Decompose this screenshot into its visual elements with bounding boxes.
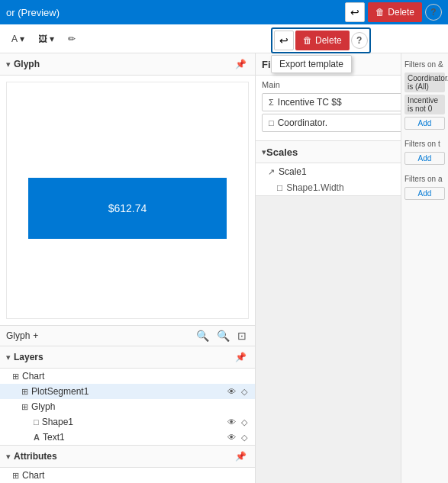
glyph-section-header: ▾ Glyph 📌 [0, 53, 255, 76]
left-panel: ▾ Glyph 📌 $612.74 Glyph + 🔍 [0, 53, 256, 483]
scale-arrow-icon: ↗ [268, 167, 275, 177]
attributes-section: ▾ Attributes 📌 ⊞ Chart [0, 445, 255, 483]
text-icon: A [11, 34, 18, 44]
layer-delete-button[interactable]: ◇ [240, 387, 249, 397]
layer-shape-icon: □ [34, 417, 39, 427]
export-delete-button[interactable]: 🗑 Delete [295, 31, 350, 50]
attributes-section-header: ▾ Attributes 📌 [0, 446, 255, 468]
glyph-label-button[interactable]: Glyph [6, 330, 30, 341]
filter-group-1: Filters on & Coordinator. is (All) Incen… [404, 60, 445, 130]
title-bar: or (Preview) ↩ 🗑 Delete ? [0, 0, 448, 24]
filter-group2-title: Filters on t [404, 139, 445, 149]
filter-group2-add-button[interactable]: Add [404, 152, 445, 165]
filter-group3-add-button[interactable]: Add [404, 187, 445, 200]
layer-shape1-delete-button[interactable]: ◇ [240, 417, 249, 427]
layers-pin-button[interactable]: 📌 [233, 351, 249, 363]
delete-button[interactable]: 🗑 Delete [368, 2, 422, 22]
zoom-out-button[interactable]: 🔍 [194, 329, 211, 343]
layer-text1-delete-button[interactable]: ◇ [240, 433, 249, 443]
layer-item-label: Glyph [31, 401, 55, 412]
filters-panel: Filters on & Coordinator. is (All) Incen… [401, 53, 448, 483]
filter-tag-incentive: Incentive is not 0 [404, 95, 445, 114]
layer-item-chart[interactable]: ⊞ Chart [0, 369, 255, 384]
export-trash-icon: 🗑 [303, 35, 312, 46]
glyph-visualization: $612.74 [28, 178, 227, 239]
filter-group-2: Filters on t Add [404, 139, 445, 165]
filter-group-3: Filters on a Add [404, 174, 445, 200]
attributes-chart-icon: ⊞ [12, 471, 19, 481]
export-popup: ↩ 🗑 Delete ? Export template ☞ [271, 27, 371, 53]
zoom-fit-button[interactable]: ⊡ [235, 329, 249, 343]
filters-content: Filters on & Coordinator. is (All) Incen… [401, 53, 448, 215]
image-icon: 🖼 [38, 34, 47, 44]
nav-back-button[interactable]: ↩ [345, 2, 365, 22]
image-tool-button[interactable]: 🖼 ▾ [33, 31, 60, 47]
field-incentive-name: Incentive TC $$ [278, 97, 342, 108]
filter-group1-add-button[interactable]: Add [404, 117, 445, 130]
layer-shape1-visibility-button[interactable]: 👁 [226, 417, 237, 427]
layer-plot-icon: ⊞ [21, 387, 28, 397]
zoom-in-button[interactable]: 🔍 [214, 329, 232, 343]
layer-item-plotsegment[interactable]: ⊞ PlotSegment1 👁 ◇ [0, 384, 255, 399]
layer-text1-visibility-button[interactable]: 👁 [226, 433, 237, 443]
square-icon: □ [269, 118, 274, 127]
text-tool-button[interactable]: A ▾ [6, 31, 30, 47]
layer-item-label: PlotSegment1 [31, 386, 89, 397]
layer-text1-actions: 👁 ◇ [226, 433, 249, 443]
draw-icon: ✏ [68, 34, 76, 44]
layer-item-label: Shape1 [42, 417, 73, 427]
layer-item-label: Text1 [43, 432, 65, 443]
glyph-add-button[interactable]: + [33, 330, 38, 341]
layers-section: ▾ Layers 📌 ⊞ Chart ⊞ PlotSegment1 👁 ◇ ⊞ [0, 346, 255, 445]
layer-chart-icon: ⊞ [12, 372, 19, 382]
filter-tag-coordinator: Coordinator. is (All) [404, 72, 445, 92]
layer-text-icon: A [34, 433, 40, 442]
layer-item-shape1[interactable]: □ Shape1 👁 ◇ [0, 414, 255, 430]
attributes-chart-item[interactable]: ⊞ Chart [0, 468, 255, 483]
layer-item-text1[interactable]: A Text1 👁 ◇ [0, 430, 255, 445]
attributes-item-label: Chart [22, 470, 44, 481]
attributes-title: Attributes [14, 451, 230, 462]
scale-sub-icon: □ [277, 182, 282, 193]
filter-group3-title: Filters on a [404, 174, 445, 184]
chevron-down-icon2: ▾ [50, 34, 54, 44]
toolbar: A ▾ 🖼 ▾ ✏ ↩ 🗑 Delete ? Export template ☞ [0, 24, 448, 53]
layers-title: Layers [14, 352, 230, 362]
export-tooltip: Export template [271, 55, 352, 73]
layer-item-label: Chart [22, 371, 44, 382]
attributes-chevron-icon: ▾ [6, 452, 11, 462]
attributes-pin-button[interactable]: 📌 [233, 450, 249, 462]
sigma-icon: Σ [269, 98, 274, 107]
export-popup-border: ↩ 🗑 Delete ? [271, 27, 371, 53]
layers-section-header: ▾ Layers 📌 [0, 346, 255, 369]
help-button[interactable]: ? [425, 4, 442, 21]
layer-item-glyph[interactable]: ⊞ Glyph [0, 399, 255, 414]
layer-item-actions: 👁 ◇ [226, 387, 249, 397]
export-nav-button[interactable]: ↩ [274, 31, 294, 50]
main-layout: ▾ Glyph 📌 $612.74 Glyph + 🔍 [0, 53, 448, 483]
glyph-chevron-icon: ▾ [6, 60, 11, 69]
layer-visibility-button[interactable]: 👁 [226, 387, 237, 397]
export-help-button[interactable]: ? [351, 32, 368, 49]
add-icon: + [33, 330, 38, 341]
glyph-title: Glyph [14, 59, 230, 69]
trash-icon: 🗑 [375, 7, 385, 18]
layers-chevron-icon: ▾ [6, 353, 11, 362]
layer-glyph-icon: ⊞ [21, 402, 28, 412]
glyph-footer: Glyph + 🔍 🔍 ⊡ [0, 325, 255, 346]
scale-sub-label: Shape1.Width [286, 182, 343, 193]
glyph-pin-button[interactable]: 📌 [233, 58, 249, 70]
zoom-controls: 🔍 🔍 ⊡ [194, 329, 249, 343]
draw-tool-button[interactable]: ✏ [63, 31, 81, 47]
filter-group1-title: Filters on & [404, 60, 445, 69]
field-coordinator-name: Coordinator. [278, 118, 327, 128]
chevron-down-icon: ▾ [20, 34, 24, 44]
title-bar-text: or (Preview) [6, 7, 60, 18]
scale-item-label: Scale1 [279, 166, 307, 177]
title-bar-actions: ↩ 🗑 Delete ? [345, 2, 442, 22]
layer-item-actions: 👁 ◇ [226, 417, 249, 427]
